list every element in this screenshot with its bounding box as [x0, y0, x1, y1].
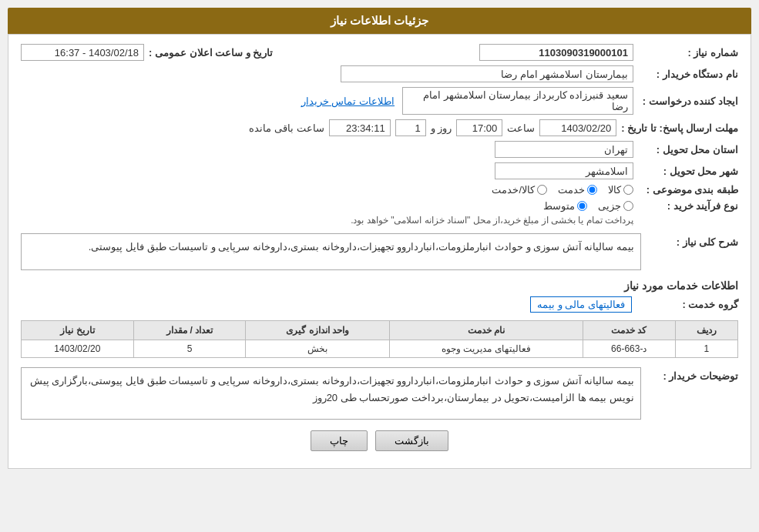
row-creator: ایجاد کننده درخواست : سعید قنبرزاده کارب… — [21, 87, 738, 115]
col-unit: واحد اندازه گیری — [246, 321, 390, 340]
row-send-date: مهلت ارسال پاسخ: تا تاریخ : 1403/02/20 س… — [21, 119, 738, 136]
table-cell-row_num: 1 — [675, 340, 737, 358]
back-button[interactable]: بازگشت — [375, 430, 448, 451]
category-kala-radio[interactable] — [623, 185, 633, 195]
city-value: اسلامشهر — [495, 162, 633, 179]
process-note: پرداخت تمام یا بخشی از مبلغ خرید،از محل … — [351, 215, 633, 226]
bottom-buttons: بازگشت چاپ — [21, 430, 738, 459]
category-radio-group: کالا خدمت کالا/خدمت — [492, 184, 633, 196]
creator-link[interactable]: اطلاعات تماس خریدار — [301, 95, 395, 107]
row-province: استان محل تحویل : تهران — [21, 141, 738, 158]
send-time-value: 17:00 — [456, 119, 502, 136]
table-cell-name: فعالیتهای مدیریت وجوه — [389, 340, 583, 358]
pub-date-value: 1403/02/18 - 16:37 — [21, 44, 144, 61]
creator-label: ایجاد کننده درخواست : — [638, 95, 738, 107]
category-label: طبقه بندی موضوعی : — [638, 184, 738, 196]
pub-date-label: تاریخ و ساعت اعلان عمومی : — [149, 47, 273, 59]
send-time-label: ساعت — [507, 122, 535, 134]
general-desc-label: شرح کلی نیاز : — [646, 233, 738, 248]
general-desc-section: شرح کلی نیاز : بیمه سالیانه آتش سوزی و ح… — [21, 233, 738, 270]
row-process-type: نوع فرآیند خرید : جزیی متوسط پرداخت تمام… — [21, 200, 738, 226]
col-date: تاریخ نیاز — [22, 321, 134, 340]
process-mottavasset: متوسط — [543, 200, 587, 212]
table-cell-unit: بخش — [246, 340, 390, 358]
process-jozvi: جزیی — [598, 200, 633, 212]
category-kala-khedmat-radio[interactable] — [537, 185, 547, 195]
row-need-number: شماره نیاز : 1103090319000101 تاریخ و سا… — [21, 44, 738, 61]
buyer-notes-value: بیمه سالیانه آتش سوزی و حوادث انبارملزوم… — [21, 367, 641, 420]
province-value: تهران — [495, 141, 633, 158]
buyer-org-label: نام دستگاه خریدار : — [638, 69, 738, 80]
province-label: استان محل تحویل : — [638, 144, 738, 156]
send-remain-value: 23:34:11 — [329, 119, 391, 136]
general-desc-value: بیمه سالیانه آتش سوزی و حوادث انبارملزوم… — [21, 233, 641, 270]
category-khedmat-label: خدمت — [558, 184, 585, 196]
category-khedmat: خدمت — [558, 184, 597, 196]
buyer-notes-label: توضیحات خریدار : — [646, 367, 738, 382]
process-jozvi-radio[interactable] — [623, 201, 633, 211]
buyer-notes-section: توضیحات خریدار : بیمه سالیانه آتش سوزی و… — [21, 367, 738, 420]
process-mottavasset-label: متوسط — [543, 200, 575, 212]
category-kala-label: کالا — [608, 184, 621, 196]
process-mottavasset-radio[interactable] — [577, 201, 587, 211]
process-type-label: نوع فرآیند خرید : — [638, 200, 738, 212]
row-buyer-org: نام دستگاه خریدار : بیمارستان اسلامشهر ا… — [21, 65, 738, 82]
process-jozvi-label: جزیی — [598, 200, 621, 212]
page-title: جزئیات اطلاعات نیاز — [331, 14, 428, 27]
buyer-org-value: بیمارستان اسلامشهر امام رضا — [341, 65, 633, 82]
row-city: شهر محل تحویل : اسلامشهر — [21, 162, 738, 179]
row-category: طبقه بندی موضوعی : کالا خدمت کالا/خدمت — [21, 184, 738, 196]
table-row: 1د-663-66فعالیتهای مدیریت وجوهبخش51403/0… — [22, 340, 738, 358]
main-content: شماره نیاز : 1103090319000101 تاریخ و سا… — [8, 34, 751, 469]
category-kala-khedmat-label: کالا/خدمت — [492, 184, 535, 196]
creator-value: سعید قنبرزاده کاربرداز بیمارستان اسلامشه… — [402, 87, 633, 115]
category-kala-khedmat: کالا/خدمت — [492, 184, 547, 196]
category-khedmat-radio[interactable] — [587, 185, 597, 195]
col-code: کد خدمت — [583, 321, 675, 340]
col-qty: تعداد / مقدار — [133, 321, 246, 340]
services-table: ردیف کد خدمت نام خدمت واحد اندازه گیری ت… — [21, 320, 738, 358]
send-days-value: 1 — [395, 119, 426, 136]
process-type-radio-group: جزیی متوسط — [351, 200, 633, 212]
send-remain-label: ساعت باقی مانده — [249, 122, 324, 134]
table-cell-quantity: 5 — [133, 340, 246, 358]
page-header: جزئیات اطلاعات نیاز — [8, 8, 751, 34]
col-row-num: ردیف — [675, 321, 737, 340]
need-number-value: 1103090319000101 — [479, 44, 633, 61]
send-date-label: مهلت ارسال پاسخ: تا تاریخ : — [621, 122, 738, 134]
need-number-label: شماره نیاز : — [638, 47, 738, 59]
table-header-row: ردیف کد خدمت نام خدمت واحد اندازه گیری ت… — [22, 321, 738, 340]
table-cell-date: 1403/02/20 — [22, 340, 134, 358]
send-date-value: 1403/02/20 — [539, 119, 616, 136]
city-label: شهر محل تحویل : — [638, 166, 738, 177]
print-button[interactable]: چاپ — [311, 430, 368, 451]
table-cell-code: د-663-66 — [583, 340, 675, 358]
page-wrapper: جزئیات اطلاعات نیاز شماره نیاز : 1103090… — [0, 0, 759, 532]
send-days-label: روز و — [431, 122, 452, 134]
row-service-group: گروه خدمت : فعالیتهای مالی و بیمه — [21, 296, 738, 313]
category-kala: کالا — [608, 184, 633, 196]
services-table-section: ردیف کد خدمت نام خدمت واحد اندازه گیری ت… — [21, 320, 738, 358]
col-name: نام خدمت — [389, 321, 583, 340]
service-group-label: گروه خدمت : — [638, 299, 738, 310]
service-info-title: اطلاعات خدمات مورد نیاز — [21, 279, 738, 292]
service-group-value[interactable]: فعالیتهای مالی و بیمه — [530, 296, 632, 313]
